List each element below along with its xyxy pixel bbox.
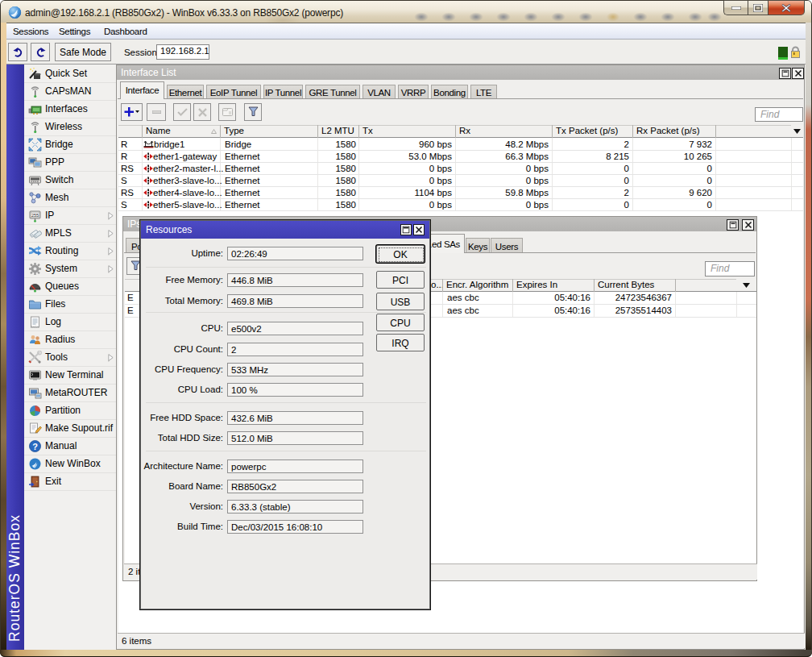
svg-text:?: ? bbox=[32, 442, 38, 451]
svg-text:255: 255 bbox=[31, 213, 39, 218]
